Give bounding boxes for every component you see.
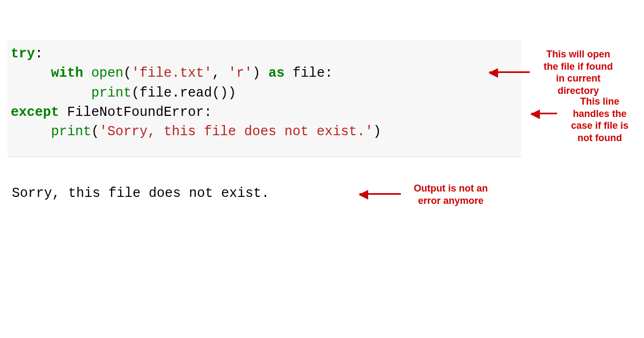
builtin-print: print	[51, 124, 91, 139]
arrow-icon	[489, 71, 530, 73]
annotation-output: Output is not anerror anymore	[402, 182, 499, 207]
string-mode: 'r'	[228, 65, 252, 81]
builtin-print: print	[91, 85, 131, 101]
arrow-icon	[360, 193, 401, 195]
keyword-as: as	[268, 65, 284, 81]
code-block: try: with open('file.txt', 'r') as file:…	[8, 40, 522, 157]
builtin-open: open	[91, 65, 123, 81]
string-filename: 'file.txt'	[131, 65, 212, 81]
code-line-5: print('Sorry, this file does not exist.'…	[11, 122, 518, 142]
annotation-open-file: This will openthe file if foundin curren…	[531, 48, 625, 97]
annotation-except: This linehandles thecase if file isnot f…	[558, 95, 641, 144]
output-text: Sorry, this file does not exist.	[12, 186, 269, 201]
arrow-icon	[531, 113, 557, 114]
string-message: 'Sorry, this file does not exist.'	[99, 124, 373, 139]
code-line-2: with open('file.txt', 'r') as file:	[11, 64, 518, 83]
keyword-except: except	[11, 105, 59, 120]
keyword-try: try	[11, 46, 35, 62]
code-line-3: print(file.read())	[11, 84, 518, 103]
keyword-with: with	[51, 65, 83, 81]
code-line-4: except FileNotFoundError:	[11, 103, 518, 122]
code-line-1: try:	[11, 45, 518, 64]
